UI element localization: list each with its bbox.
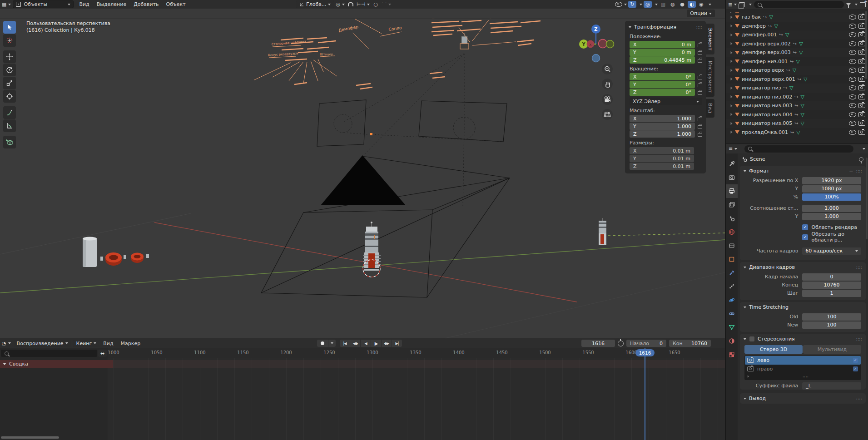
location-z-field[interactable]: Z0.44845 m — [630, 56, 695, 64]
disable-in-render-toggle[interactable] — [858, 85, 865, 90]
options-dropdown[interactable]: Опции — [687, 10, 715, 17]
fps-dropdown[interactable]: 60 кадров/сек — [802, 247, 861, 255]
render-region-checkbox[interactable] — [802, 224, 808, 230]
hide-in-viewport-toggle[interactable] — [849, 68, 856, 73]
playhead[interactable] — [645, 348, 645, 440]
frame-start-field[interactable]: 0 — [802, 273, 861, 281]
expand-icon[interactable] — [731, 104, 733, 107]
keying-menu[interactable]: Кеинг — [73, 340, 100, 347]
snap-toggle[interactable] — [347, 1, 355, 8]
menu-select[interactable]: Выделение — [93, 0, 130, 9]
hide-in-viewport-toggle[interactable] — [849, 130, 856, 135]
outliner-search[interactable] — [754, 1, 844, 8]
view-menu[interactable]: Вид — [99, 339, 117, 348]
outliner-row[interactable]: инициатор верх — [726, 66, 868, 75]
timeline-ruler[interactable]: 1000 1050 1100 1150 1200 1250 1300 1350 … — [108, 348, 725, 358]
object-name[interactable]: инициатор низ.002 — [742, 94, 792, 100]
object-visibility-dropdown[interactable] — [615, 1, 627, 8]
panel-collapse-icon[interactable] — [629, 26, 631, 28]
hide-in-viewport-toggle[interactable] — [849, 41, 856, 46]
outliner-row[interactable]: инициатор низ.004 — [726, 110, 868, 119]
overlays-dropdown[interactable] — [655, 4, 658, 5]
tab-texture[interactable] — [726, 348, 738, 361]
disable-in-render-toggle[interactable] — [858, 77, 865, 82]
frame-end-field[interactable]: Кон10760 — [669, 340, 711, 347]
menu-add[interactable]: Добавить — [130, 0, 162, 9]
mode-dropdown[interactable]: Объекты — [13, 0, 74, 8]
expand-icon[interactable] — [731, 51, 733, 54]
object-name[interactable]: инициатор низ — [742, 85, 781, 91]
lock-icon[interactable] — [698, 84, 702, 87]
tab-output[interactable] — [726, 184, 738, 198]
lock-icon[interactable] — [698, 125, 702, 129]
orthographic-toggle-button[interactable] — [602, 109, 613, 120]
xray-toggle[interactable] — [659, 1, 667, 8]
prev-keyframe-button[interactable] — [350, 340, 360, 347]
tab-collection[interactable] — [726, 239, 738, 252]
hide-in-viewport-toggle[interactable] — [849, 24, 856, 29]
suffix-field[interactable]: _L — [802, 382, 861, 390]
rotation-x-field[interactable]: X0° — [630, 73, 695, 80]
timeline-h-scrollbar[interactable] — [1, 436, 59, 439]
expand-icon[interactable] — [731, 25, 733, 27]
object-name[interactable]: инициатор низ.005 — [742, 120, 792, 126]
expand-icon[interactable] — [731, 16, 733, 19]
object-name[interactable]: прокладОчка.001 — [742, 129, 788, 135]
list-expander-row[interactable] — [745, 373, 861, 380]
outliner-row[interactable]: демпфер верх.003 — [726, 48, 868, 57]
outliner-row[interactable]: инициатор верх.001 — [726, 75, 868, 84]
gizmos-dropdown[interactable] — [640, 4, 642, 5]
lock-icon[interactable] — [698, 91, 702, 95]
object-name[interactable]: демпфер низ.001 — [742, 59, 788, 64]
location-x-field[interactable]: X0 m — [630, 41, 695, 48]
auto-keying-toggle[interactable] — [317, 340, 328, 347]
hide-in-viewport-toggle[interactable] — [849, 94, 856, 99]
navigation-gizmo[interactable]: Z Y x — [577, 20, 618, 65]
hide-in-viewport-toggle[interactable] — [849, 15, 856, 20]
move-tool[interactable] — [3, 50, 16, 63]
properties-search[interactable] — [744, 145, 853, 153]
playback-menu[interactable]: Воспроизведение — [14, 340, 71, 347]
hide-in-viewport-toggle[interactable] — [849, 50, 856, 55]
collapse-icon[interactable] — [3, 363, 6, 365]
hide-in-viewport-toggle[interactable] — [849, 121, 856, 126]
filter-icon[interactable] — [846, 3, 851, 6]
aspect-x-field[interactable]: 1.000 — [802, 205, 861, 212]
hide-in-viewport-toggle[interactable] — [849, 85, 856, 90]
hide-in-viewport-toggle[interactable] — [849, 32, 856, 37]
scale-y-field[interactable]: Y1.000 — [630, 123, 695, 130]
gizmos-toggle[interactable] — [628, 1, 636, 8]
panel-collapse-icon[interactable] — [744, 398, 746, 400]
3d-viewport[interactable]: Внешний корпус Демпфер Сопло Стопорная п… — [0, 0, 725, 338]
tab-material[interactable] — [726, 334, 738, 348]
filter-toggle-button[interactable]: ↔ — [98, 350, 107, 357]
outliner-row[interactable]: демпфер.001 — [726, 30, 868, 40]
filter-dropdown[interactable] — [855, 4, 858, 5]
display-mode-dropdown[interactable] — [749, 4, 752, 5]
next-keyframe-button[interactable] — [382, 340, 392, 347]
disable-in-render-toggle[interactable] — [858, 121, 865, 126]
disable-in-render-toggle[interactable] — [858, 24, 865, 29]
object-name[interactable]: демпфер верх.003 — [742, 49, 791, 55]
tab-tool[interactable]: Инструмент — [706, 57, 714, 97]
properties-editor-type-icon[interactable]: ≡ — [729, 145, 737, 152]
jump-to-end-button[interactable] — [392, 340, 402, 347]
rotation-y-field[interactable]: Y0° — [630, 81, 695, 88]
shading-material-button[interactable] — [688, 1, 696, 8]
lock-icon[interactable] — [698, 44, 702, 47]
outliner-row[interactable]: демпфер верх.002 — [726, 40, 868, 49]
resolution-percent-slider[interactable]: 100% — [802, 193, 861, 201]
hide-in-viewport-toggle[interactable] — [849, 59, 856, 64]
panel-collapse-icon[interactable] — [744, 338, 746, 340]
shading-wireframe-button[interactable] — [669, 1, 677, 8]
disable-in-render-toggle[interactable] — [858, 94, 865, 99]
disable-in-render-toggle[interactable] — [858, 59, 865, 64]
breadcrumb-scene[interactable]: Scene — [750, 156, 765, 162]
tab-scene[interactable] — [726, 212, 738, 225]
time-new-field[interactable]: 100 — [802, 321, 861, 329]
snap-with-dropdown[interactable]: ⊢⊣ — [357, 1, 370, 8]
transform-tool[interactable] — [3, 90, 16, 103]
outliner-row[interactable]: инициатор низ.003 — [726, 101, 868, 110]
select-tweak-tool[interactable] — [3, 21, 16, 34]
summary-channel[interactable]: Сводка — [0, 360, 113, 368]
